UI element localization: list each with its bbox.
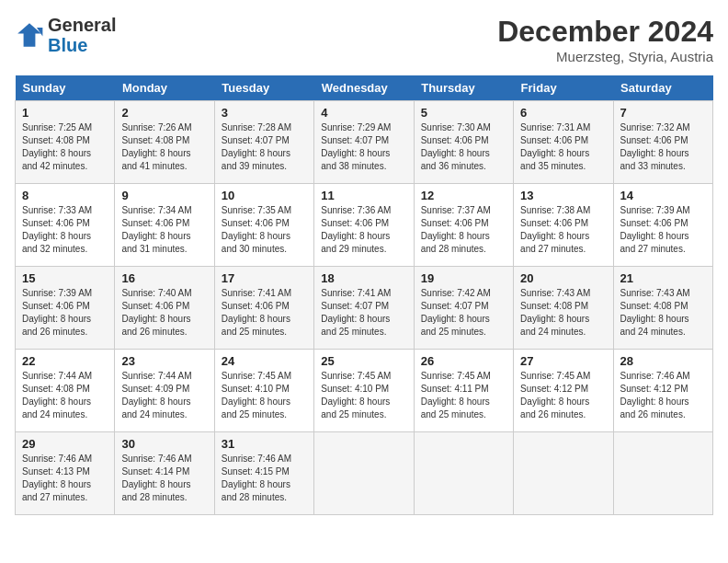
- day-number: 22: [22, 354, 108, 368]
- calendar-cell: 18Sunrise: 7:41 AMSunset: 4:07 PMDayligh…: [314, 267, 414, 350]
- day-number: 5: [421, 106, 506, 120]
- calendar-cell: 28Sunrise: 7:46 AMSunset: 4:12 PMDayligh…: [613, 350, 712, 432]
- calendar-table: SundayMondayTuesdayWednesdayThursdayFrid…: [15, 75, 713, 515]
- weekday-header-thursday: Thursday: [414, 75, 513, 101]
- day-info: Sunrise: 7:32 AMSunset: 4:06 PMDaylight:…: [620, 121, 706, 173]
- day-info: Sunrise: 7:44 AMSunset: 4:09 PMDaylight:…: [121, 370, 207, 421]
- title-block: December 2024 Muerzsteg, Styria, Austria: [497, 15, 713, 64]
- calendar-cell: 13Sunrise: 7:38 AMSunset: 4:06 PMDayligh…: [514, 184, 613, 267]
- logo-line1: General: [48, 15, 116, 35]
- day-info: Sunrise: 7:31 AMSunset: 4:06 PMDaylight:…: [520, 121, 606, 173]
- day-number: 26: [421, 354, 506, 368]
- calendar-cell: 25Sunrise: 7:45 AMSunset: 4:10 PMDayligh…: [314, 350, 414, 432]
- svg-marker-0: [17, 23, 41, 47]
- calendar-cell: 17Sunrise: 7:41 AMSunset: 4:06 PMDayligh…: [214, 267, 313, 350]
- day-number: 18: [321, 271, 406, 285]
- calendar-cell: 10Sunrise: 7:35 AMSunset: 4:06 PMDayligh…: [214, 184, 313, 267]
- page-header: General Blue December 2024 Muerzsteg, St…: [15, 15, 713, 64]
- day-number: 31: [222, 437, 307, 451]
- calendar-cell: 31Sunrise: 7:46 AMSunset: 4:15 PMDayligh…: [214, 432, 313, 515]
- calendar-cell: [314, 432, 414, 515]
- day-number: 12: [421, 189, 506, 202]
- day-number: 4: [321, 106, 406, 120]
- day-info: Sunrise: 7:28 AMSunset: 4:07 PMDaylight:…: [222, 121, 307, 173]
- day-info: Sunrise: 7:41 AMSunset: 4:07 PMDaylight:…: [321, 287, 406, 339]
- day-info: Sunrise: 7:45 AMSunset: 4:10 PMDaylight:…: [222, 370, 307, 421]
- calendar-cell: 26Sunrise: 7:45 AMSunset: 4:11 PMDayligh…: [414, 350, 513, 432]
- day-info: Sunrise: 7:45 AMSunset: 4:12 PMDaylight:…: [520, 370, 606, 421]
- calendar-cell: [414, 432, 513, 515]
- location: Muerzsteg, Styria, Austria: [497, 49, 713, 64]
- day-number: 24: [222, 354, 307, 368]
- weekday-header-saturday: Saturday: [613, 75, 712, 101]
- calendar-cell: 9Sunrise: 7:34 AMSunset: 4:06 PMDaylight…: [115, 184, 214, 267]
- day-number: 15: [22, 271, 108, 285]
- day-number: 9: [121, 189, 207, 202]
- day-info: Sunrise: 7:30 AMSunset: 4:06 PMDaylight:…: [421, 121, 506, 173]
- day-info: Sunrise: 7:46 AMSunset: 4:13 PMDaylight:…: [22, 453, 108, 504]
- day-number: 20: [520, 271, 606, 285]
- calendar-cell: 21Sunrise: 7:43 AMSunset: 4:08 PMDayligh…: [613, 267, 712, 350]
- day-info: Sunrise: 7:45 AMSunset: 4:11 PMDaylight:…: [421, 370, 506, 421]
- day-number: 1: [22, 106, 108, 120]
- calendar-cell: 8Sunrise: 7:33 AMSunset: 4:06 PMDaylight…: [16, 184, 115, 267]
- day-info: Sunrise: 7:46 AMSunset: 4:14 PMDaylight:…: [121, 453, 207, 504]
- day-info: Sunrise: 7:37 AMSunset: 4:06 PMDaylight:…: [421, 204, 506, 256]
- day-number: 23: [121, 354, 207, 368]
- day-info: Sunrise: 7:41 AMSunset: 4:06 PMDaylight:…: [222, 287, 307, 339]
- calendar-cell: 11Sunrise: 7:36 AMSunset: 4:06 PMDayligh…: [314, 184, 414, 267]
- day-info: Sunrise: 7:40 AMSunset: 4:06 PMDaylight:…: [121, 287, 207, 339]
- calendar-cell: 12Sunrise: 7:37 AMSunset: 4:06 PMDayligh…: [414, 184, 513, 267]
- day-info: Sunrise: 7:35 AMSunset: 4:06 PMDaylight:…: [222, 204, 307, 256]
- calendar-cell: 4Sunrise: 7:29 AMSunset: 4:07 PMDaylight…: [314, 101, 414, 184]
- weekday-header-friday: Friday: [514, 75, 613, 101]
- day-number: 27: [520, 354, 606, 368]
- day-info: Sunrise: 7:44 AMSunset: 4:08 PMDaylight:…: [22, 370, 108, 421]
- day-info: Sunrise: 7:46 AMSunset: 4:12 PMDaylight:…: [620, 370, 706, 421]
- day-info: Sunrise: 7:46 AMSunset: 4:15 PMDaylight:…: [222, 453, 307, 504]
- calendar-cell: 24Sunrise: 7:45 AMSunset: 4:10 PMDayligh…: [214, 350, 313, 432]
- calendar-cell: 29Sunrise: 7:46 AMSunset: 4:13 PMDayligh…: [16, 432, 115, 515]
- calendar-cell: 2Sunrise: 7:26 AMSunset: 4:08 PMDaylight…: [115, 101, 214, 184]
- logo-line2: Blue: [48, 35, 87, 55]
- weekday-header-sunday: Sunday: [16, 75, 115, 101]
- day-info: Sunrise: 7:39 AMSunset: 4:06 PMDaylight:…: [620, 204, 706, 256]
- day-number: 16: [121, 271, 207, 285]
- calendar-cell: 6Sunrise: 7:31 AMSunset: 4:06 PMDaylight…: [514, 101, 613, 184]
- calendar-cell: 20Sunrise: 7:43 AMSunset: 4:08 PMDayligh…: [514, 267, 613, 350]
- weekday-header-wednesday: Wednesday: [314, 75, 414, 101]
- day-number: 3: [222, 106, 307, 120]
- day-number: 14: [620, 189, 706, 202]
- day-info: Sunrise: 7:39 AMSunset: 4:06 PMDaylight:…: [22, 287, 108, 339]
- day-number: 2: [121, 106, 207, 120]
- calendar-cell: 22Sunrise: 7:44 AMSunset: 4:08 PMDayligh…: [16, 350, 115, 432]
- day-number: 19: [421, 271, 506, 285]
- day-info: Sunrise: 7:29 AMSunset: 4:07 PMDaylight:…: [321, 121, 406, 173]
- calendar-cell: 16Sunrise: 7:40 AMSunset: 4:06 PMDayligh…: [115, 267, 214, 350]
- day-info: Sunrise: 7:26 AMSunset: 4:08 PMDaylight:…: [121, 121, 207, 173]
- logo-icon: [15, 20, 44, 50]
- day-number: 28: [620, 354, 706, 368]
- calendar-cell: 23Sunrise: 7:44 AMSunset: 4:09 PMDayligh…: [115, 350, 214, 432]
- day-info: Sunrise: 7:43 AMSunset: 4:08 PMDaylight:…: [620, 287, 706, 339]
- calendar-cell: 19Sunrise: 7:42 AMSunset: 4:07 PMDayligh…: [414, 267, 513, 350]
- month-title: December 2024: [497, 15, 713, 49]
- day-number: 25: [321, 354, 406, 368]
- day-number: 21: [620, 271, 706, 285]
- day-number: 10: [222, 189, 307, 202]
- day-info: Sunrise: 7:42 AMSunset: 4:07 PMDaylight:…: [421, 287, 506, 339]
- day-number: 17: [222, 271, 307, 285]
- weekday-header-monday: Monday: [115, 75, 214, 101]
- weekday-header-tuesday: Tuesday: [214, 75, 313, 101]
- calendar-cell: [613, 432, 712, 515]
- day-info: Sunrise: 7:25 AMSunset: 4:08 PMDaylight:…: [22, 121, 108, 173]
- day-info: Sunrise: 7:33 AMSunset: 4:06 PMDaylight:…: [22, 204, 108, 256]
- day-number: 29: [22, 437, 108, 451]
- calendar-cell: 5Sunrise: 7:30 AMSunset: 4:06 PMDaylight…: [414, 101, 513, 184]
- calendar-cell: 3Sunrise: 7:28 AMSunset: 4:07 PMDaylight…: [214, 101, 313, 184]
- day-number: 6: [520, 106, 606, 120]
- calendar-cell: 14Sunrise: 7:39 AMSunset: 4:06 PMDayligh…: [613, 184, 712, 267]
- day-number: 11: [321, 189, 406, 202]
- calendar-cell: 27Sunrise: 7:45 AMSunset: 4:12 PMDayligh…: [514, 350, 613, 432]
- day-info: Sunrise: 7:36 AMSunset: 4:06 PMDaylight:…: [321, 204, 406, 256]
